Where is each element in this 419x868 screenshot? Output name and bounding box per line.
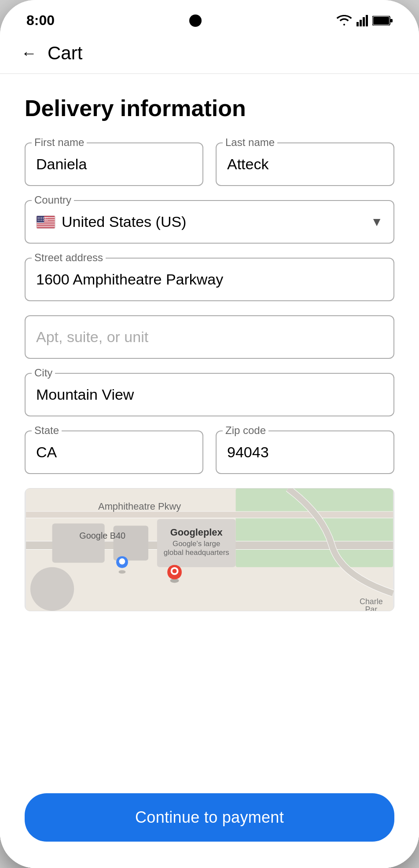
- street-address-label: Street address: [32, 252, 106, 264]
- state-field: State: [25, 430, 203, 474]
- svg-text:★★★★★★: ★★★★★★: [37, 220, 48, 222]
- street-address-field: Street address: [25, 258, 394, 301]
- city-input[interactable]: [25, 373, 394, 416]
- country-field: Country ★★★★★★ ★★★★★ ★★★★★★: [25, 200, 394, 244]
- svg-rect-0: [357, 22, 359, 26]
- camera-dot: [189, 15, 202, 27]
- bottom-bar: Continue to payment: [0, 784, 419, 868]
- svg-text:Par: Par: [365, 605, 377, 611]
- status-bar: 8:00: [0, 0, 419, 33]
- svg-rect-6: [390, 19, 393, 22]
- zip-code-label: Zip code: [223, 424, 268, 437]
- svg-point-35: [118, 570, 125, 574]
- street-address-input[interactable]: [25, 258, 394, 301]
- map-container[interactable]: Amphitheatre Pkwy Google B40 Googleplex …: [25, 488, 394, 611]
- phone-shell: 8:00 ←: [0, 0, 419, 868]
- apt-suite-field: [25, 315, 394, 359]
- main-content: Delivery information First name Last nam…: [0, 74, 419, 868]
- svg-point-36: [119, 558, 125, 565]
- page-title: Delivery information: [25, 95, 394, 121]
- svg-text:global headquarters: global headquarters: [164, 548, 229, 557]
- first-name-input[interactable]: [25, 142, 203, 186]
- name-row: First name Last name: [25, 142, 394, 186]
- last-name-input[interactable]: [216, 142, 394, 186]
- svg-rect-13: [37, 226, 55, 227]
- zip-code-field: Zip code: [216, 430, 394, 474]
- svg-text:Amphitheatre Pkwy: Amphitheatre Pkwy: [98, 501, 181, 512]
- map-view: Amphitheatre Pkwy Google B40 Googleplex …: [25, 489, 394, 611]
- state-input[interactable]: [25, 430, 203, 474]
- state-zip-row: State Zip code: [25, 430, 394, 474]
- continue-to-payment-button[interactable]: Continue to payment: [25, 793, 394, 842]
- status-time: 8:00: [26, 12, 55, 29]
- state-label: State: [32, 424, 62, 437]
- battery-icon: [372, 16, 393, 26]
- signal-icon: [357, 15, 368, 26]
- svg-point-27: [30, 567, 74, 611]
- last-name-label: Last name: [223, 136, 277, 149]
- svg-point-39: [173, 569, 177, 573]
- status-icons: [336, 15, 393, 26]
- svg-text:Googleplex: Googleplex: [170, 527, 223, 538]
- apt-suite-input[interactable]: [25, 315, 394, 359]
- last-name-field: Last name: [216, 142, 394, 186]
- country-chevron-icon: ▼: [371, 215, 383, 229]
- us-flag-icon: ★★★★★★ ★★★★★ ★★★★★★: [36, 215, 55, 229]
- wifi-icon: [336, 15, 352, 26]
- first-name-label: First name: [32, 136, 87, 149]
- nav-bar: ← Cart: [0, 33, 419, 74]
- city-label: City: [32, 367, 55, 379]
- svg-text:Google's large: Google's large: [173, 540, 220, 548]
- svg-rect-1: [360, 20, 362, 26]
- svg-rect-2: [363, 17, 365, 26]
- svg-rect-5: [373, 17, 389, 25]
- svg-rect-12: [37, 224, 55, 225]
- zip-code-input[interactable]: [216, 430, 394, 474]
- country-select[interactable]: ★★★★★★ ★★★★★ ★★★★★★ United States (US) ▼: [25, 200, 394, 244]
- svg-rect-11: [37, 222, 55, 223]
- country-label: Country: [32, 194, 74, 206]
- svg-text:Google B40: Google B40: [79, 531, 125, 540]
- svg-rect-3: [366, 15, 368, 26]
- svg-rect-19: [236, 489, 393, 567]
- nav-title: Cart: [48, 43, 82, 64]
- country-value: United States (US): [62, 213, 371, 230]
- back-button[interactable]: ←: [18, 42, 40, 65]
- first-name-field: First name: [25, 142, 203, 186]
- back-arrow-icon: ←: [21, 45, 37, 61]
- svg-rect-24: [52, 523, 105, 562]
- city-field: City: [25, 373, 394, 416]
